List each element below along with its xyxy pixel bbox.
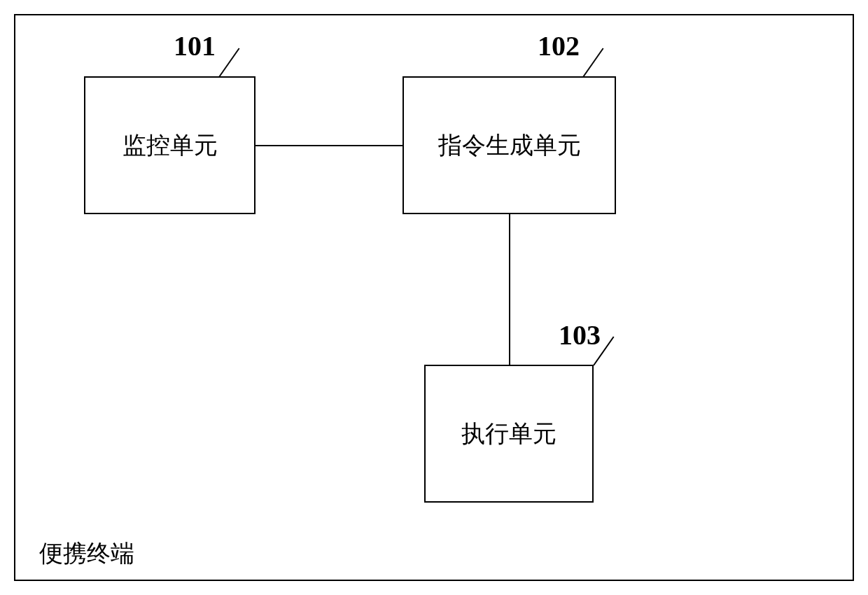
box-instruction-generation-unit-label: 指令生成单元 (438, 130, 581, 162)
box-monitoring-unit: 监控单元 (84, 76, 255, 214)
label-102: 102 (538, 29, 580, 62)
label-101: 101 (174, 29, 216, 62)
label-103: 103 (559, 318, 601, 351)
connector-101-102 (255, 145, 402, 146)
diagram-canvas: 监控单元 101 指令生成单元 102 执行单元 103 便携终端 (0, 0, 868, 595)
box-instruction-generation-unit: 指令生成单元 (402, 76, 616, 214)
container-caption: 便携终端 (39, 538, 134, 570)
box-execution-unit-label: 执行单元 (461, 418, 556, 450)
box-monitoring-unit-label: 监控单元 (122, 130, 218, 162)
box-execution-unit: 执行单元 (424, 365, 594, 503)
connector-102-103 (509, 214, 510, 365)
